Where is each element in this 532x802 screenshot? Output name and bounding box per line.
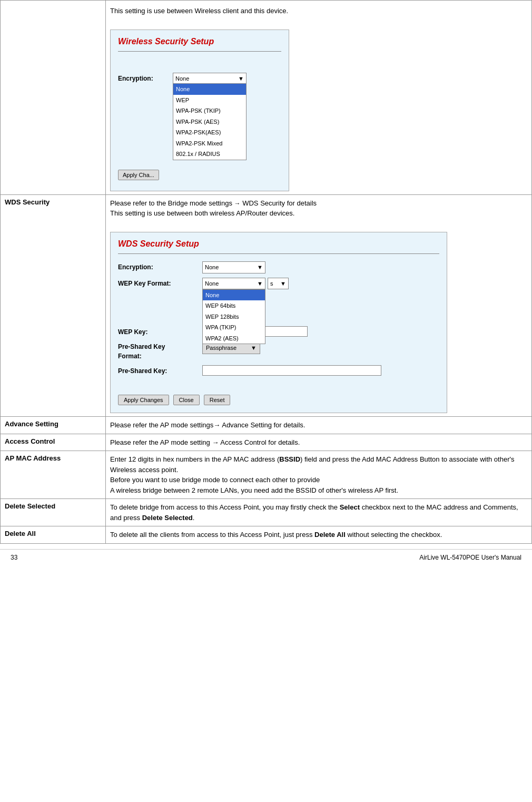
wds-line1: Please refer to the Bridge mode settings… bbox=[110, 198, 527, 209]
advance-setting-label: Advance Setting bbox=[1, 417, 106, 434]
wds-psk-row: Pre-Shared Key: bbox=[118, 365, 439, 376]
wss-option-8021x[interactable]: 802.1x / RADIUS bbox=[173, 149, 246, 160]
table-row-delete-selected: Delete Selected To delete bridge from ac… bbox=[1, 499, 532, 526]
wds-option-wpa2-aes[interactable]: WPA2 (AES) bbox=[203, 333, 265, 344]
wds-wep-key-format-select[interactable]: None ▼ bbox=[202, 278, 265, 290]
wds-button-row: Apply Changes Close Reset bbox=[118, 393, 439, 405]
row-label-empty bbox=[1, 1, 106, 195]
advance-setting-content: Please refer the AP mode settings→ Advan… bbox=[106, 417, 532, 434]
wds-psk-format-label: Pre-Shared KeyFormat: bbox=[118, 341, 202, 361]
wireless-security-content: This setting is use between Wireless cli… bbox=[106, 1, 532, 195]
wss-option-wpa-psk-tkip[interactable]: WPA-PSK (TKIP) bbox=[173, 105, 246, 116]
wss-option-wpa-psk-aes[interactable]: WPA-PSK (AES) bbox=[173, 116, 246, 128]
wds-psk-format-row: Pre-Shared KeyFormat: Passphrase ▼ bbox=[118, 341, 439, 361]
product-name: AirLive WL-5470POE User's Manual bbox=[419, 554, 521, 561]
delete-selected-bold2: Delete Selected bbox=[142, 514, 193, 522]
delete-all-prefix: To delete all the clients from access to… bbox=[110, 531, 314, 539]
wds-extra-value: s bbox=[270, 279, 273, 288]
delete-selected-label: Delete Selected bbox=[1, 499, 106, 526]
advance-arrow: → bbox=[213, 421, 220, 429]
wds-psk-format-arrow: ▼ bbox=[251, 344, 257, 353]
wds-reset-button[interactable]: Reset bbox=[204, 395, 231, 405]
wss-dropdown-arrow[interactable]: ▼ bbox=[238, 74, 244, 83]
delete-selected-bold1: Select bbox=[340, 503, 360, 511]
wds-wep-key-format-label: WEP Key Format: bbox=[118, 278, 202, 288]
ap-mac-address-content: Enter 12 digits in hex numbers in the AP… bbox=[106, 451, 532, 499]
wds-encryption-value: None bbox=[205, 263, 219, 272]
advance-setting-text2: Advance Setting for details. bbox=[220, 421, 305, 429]
delete-all-bold1: Delete All bbox=[314, 531, 346, 539]
wds-encryption-select-box[interactable]: None ▼ bbox=[202, 261, 265, 273]
access-control-text: Please refer the AP mode setting bbox=[110, 438, 212, 446]
wds-encryption-label: Encryption: bbox=[118, 261, 202, 272]
wds-wep-key-format-select-area[interactable]: None ▼ None WEP 64bits WEP 128bits WPA (… bbox=[202, 278, 265, 290]
wds-psk-format-value: Passphrase bbox=[206, 344, 237, 353]
main-table: This setting is use between Wireless cli… bbox=[0, 0, 532, 544]
wds-close-button[interactable]: Close bbox=[173, 395, 200, 405]
wireless-security-intro: This setting is use between Wireless cli… bbox=[110, 6, 527, 16]
advance-setting-text: Please refer the AP mode settings bbox=[110, 421, 213, 429]
page-number: 33 bbox=[11, 554, 17, 561]
wss-option-wep[interactable]: WEP bbox=[173, 95, 246, 106]
wds-encryption-select[interactable]: None ▼ bbox=[202, 261, 265, 273]
wss-encryption-label: Encryption: bbox=[118, 74, 171, 83]
wds-encryption-row: Encryption: None ▼ bbox=[118, 261, 439, 273]
access-control-arrow: → bbox=[212, 438, 219, 446]
wss-dropdown-menu: None WEP WPA-PSK (TKIP) WPA-PSK (AES) WP… bbox=[173, 83, 247, 160]
wds-wep-format-dropdown: None WEP 64bits WEP 128bits WPA (TKIP) W… bbox=[202, 289, 265, 345]
ap-mac-line1: Enter 12 digits in hex numbers in the AP… bbox=[110, 454, 527, 475]
wds-security-content: Please refer to the Bridge mode settings… bbox=[106, 194, 532, 417]
wds-extra-select[interactable]: s ▼ bbox=[268, 278, 289, 290]
table-row: This setting is use between Wireless cli… bbox=[1, 1, 532, 195]
wds-wep-key-format-arrow: ▼ bbox=[257, 279, 263, 288]
access-control-content: Please refer the AP mode setting → Acces… bbox=[106, 434, 532, 451]
wds-wep-key-row: WEP Key: bbox=[118, 326, 439, 337]
wds-security-setup-box: WDS Security Setup Encryption: None ▼ bbox=[110, 232, 447, 413]
access-control-label: Access Control bbox=[1, 434, 106, 451]
wss-option-none[interactable]: None bbox=[173, 84, 246, 95]
wds-psk-input[interactable] bbox=[202, 365, 381, 376]
wds-line2: This setting is use between both wireles… bbox=[110, 208, 527, 219]
table-row-ap-mac: AP MAC Address Enter 12 digits in hex nu… bbox=[1, 451, 532, 499]
access-control-text2: Access Control for details. bbox=[219, 438, 300, 446]
wds-extra-arrow: ▼ bbox=[280, 279, 286, 288]
bssid-bold: BSSID bbox=[279, 455, 300, 463]
delete-selected-prefix: To delete bridge from access to this Acc… bbox=[110, 503, 340, 511]
wds-option-none[interactable]: None bbox=[203, 290, 265, 301]
wss-select-area[interactable]: None ▼ None WEP WPA-PSK (TKIP) WPA-PSK (… bbox=[173, 73, 247, 85]
ap-mac-line3: A wireless bridge between 2 remote LANs,… bbox=[110, 485, 527, 496]
delete-all-label: Delete All bbox=[1, 526, 106, 544]
wds-option-wpa-tkip[interactable]: WPA (TKIP) bbox=[203, 322, 265, 333]
wss-option-wpa2-psk-aes[interactable]: WPA2-PSK(AES) bbox=[173, 127, 246, 138]
wds-wep-key-label: WEP Key: bbox=[118, 326, 202, 337]
delete-all-suffix: without selecting the checkbox. bbox=[346, 531, 442, 539]
wss-option-wpa2-psk-mixed[interactable]: WPA2-PSK Mixed bbox=[173, 138, 246, 149]
table-row-wds: WDS Security Please refer to the Bridge … bbox=[1, 194, 532, 417]
wds-wep-key-format-value: None bbox=[205, 279, 219, 288]
page-wrapper: This setting is use between Wireless cli… bbox=[0, 0, 532, 565]
table-row-advance: Advance Setting Please refer the AP mode… bbox=[1, 417, 532, 434]
ap-mac-line2: Before you want to use bridge mode to co… bbox=[110, 475, 527, 485]
table-row-access-control: Access Control Please refer the AP mode … bbox=[1, 434, 532, 451]
wss-apply-button[interactable]: Apply Cha... bbox=[118, 170, 159, 180]
wss-apply-row: Apply Cha... bbox=[118, 170, 281, 180]
wss-title: Wireless Security Setup bbox=[118, 35, 281, 52]
delete-all-content: To delete all the clients from access to… bbox=[106, 526, 532, 544]
ap-mac-address-label: AP MAC Address bbox=[1, 451, 106, 499]
wds-encryption-arrow: ▼ bbox=[257, 263, 263, 272]
wds-security-label: WDS Security bbox=[1, 194, 106, 417]
wds-title: WDS Security Setup bbox=[118, 238, 439, 254]
wss-encryption-row: Encryption: None ▼ None WEP bbox=[118, 73, 281, 85]
wds-option-wep64[interactable]: WEP 64bits bbox=[203, 300, 265, 311]
delete-selected-content: To delete bridge from access to this Acc… bbox=[106, 499, 532, 526]
wds-wep-key-format-row: WEP Key Format: None ▼ None WEP 64bits bbox=[118, 278, 439, 290]
wds-psk-label: Pre-Shared Key: bbox=[118, 365, 202, 376]
page-footer: 33 AirLive WL-5470POE User's Manual bbox=[0, 549, 532, 565]
wireless-security-setup-box: Wireless Security Setup Encryption: None… bbox=[110, 30, 289, 191]
table-row-delete-all: Delete All To delete all the clients fro… bbox=[1, 526, 532, 544]
delete-selected-suffix: . bbox=[193, 514, 195, 522]
wds-apply-changes-button[interactable]: Apply Changes bbox=[118, 395, 169, 405]
wss-selected-value: None bbox=[175, 74, 189, 83]
wds-option-wep128[interactable]: WEP 128bits bbox=[203, 311, 265, 322]
